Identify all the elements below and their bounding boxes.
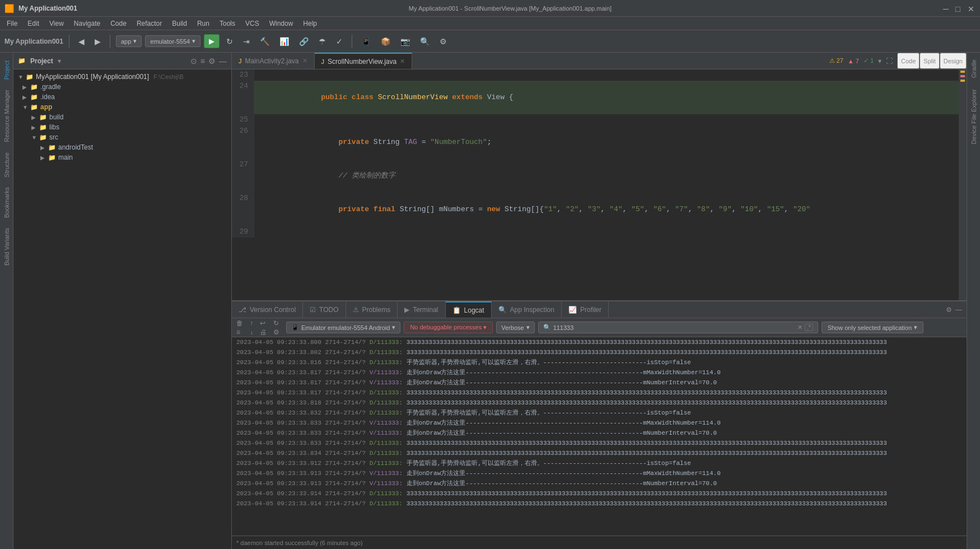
device-file-explorer-tab-label[interactable]: Device File Explorer xyxy=(969,85,979,148)
log-line-10: 2023-04-05 09:23:33.833 2714-2714/? V/11… xyxy=(232,428,967,438)
logcat-wrap-icons: ↩ 🖨 xyxy=(260,319,267,336)
logcat-settings-icon[interactable]: ⚙ xyxy=(946,306,952,314)
menu-refactor[interactable]: Refactor xyxy=(132,18,166,29)
app-config-dropdown[interactable]: app ▾ xyxy=(116,35,142,47)
logcat-only-selected-dropdown[interactable]: Show only selected application ▾ xyxy=(822,322,923,333)
tab-todo[interactable]: ☑ TODO xyxy=(303,301,346,318)
more-tabs-icon[interactable]: ▾ xyxy=(878,57,881,65)
toolbar-settings-button[interactable]: ⚙ xyxy=(436,35,450,48)
code-line-28: 28 private final String[] mNumbers = new… xyxy=(232,193,959,226)
tree-item-libs[interactable]: ▶ 📁 libs xyxy=(13,122,231,132)
profile-button[interactable]: 📊 xyxy=(276,35,292,48)
tab-scrollnumberview[interactable]: J ScrollNumberView.java ✕ xyxy=(315,53,413,69)
sdk-manager-button[interactable]: 📦 xyxy=(377,35,394,48)
logcat-config-icon[interactable]: ⚙ xyxy=(273,328,279,336)
problems-icon: ⚠ xyxy=(353,306,359,314)
toolbar-search-button[interactable]: 🔍 xyxy=(417,35,433,48)
tree-root[interactable]: ▼ 📁 MyApplication001 [My Application001]… xyxy=(13,72,231,82)
forward-button[interactable]: ▶ xyxy=(91,35,104,48)
project-more-icon[interactable]: ⚙ xyxy=(208,57,216,66)
tree-item-build[interactable]: ▶ 📁 build xyxy=(13,112,231,122)
menu-view[interactable]: View xyxy=(45,18,68,29)
tab-logcat[interactable]: 📋 Logcat xyxy=(446,301,492,318)
project-close-icon[interactable]: — xyxy=(219,57,227,66)
gradle-tab-label[interactable]: Gradle xyxy=(969,55,979,82)
logcat-verbose-dropdown[interactable]: Verbose ▾ xyxy=(496,322,534,333)
code-content[interactable]: 23 24 public class ScrollNumberView exte… xyxy=(232,69,959,300)
tab-profiler[interactable]: 📈 Profiler xyxy=(562,301,609,318)
logcat-emulator-dropdown[interactable]: 📱 Emulator emulator-5554 Android ▾ xyxy=(286,322,400,333)
project-collapse-icon[interactable]: ≡ xyxy=(200,57,205,66)
tab-scrollnumberview-close[interactable]: ✕ xyxy=(400,58,405,65)
menu-code[interactable]: Code xyxy=(106,18,131,29)
error-count[interactable]: ▲ 7 xyxy=(848,58,859,64)
tree-item-gradle[interactable]: ▶ 📁 .gradle xyxy=(13,82,231,92)
maximize-btn[interactable]: □ xyxy=(955,4,963,12)
logcat-content[interactable]: 2023-04-05 09:23:33.800 2714-2714/? D/11… xyxy=(232,337,967,536)
emulator-dropdown[interactable]: emulator-5554 ▾ xyxy=(145,35,200,47)
logcat-wrap-icon[interactable]: ↩ xyxy=(260,319,267,327)
project-scope-icon[interactable]: ⊙ xyxy=(190,57,197,66)
tab-mainactivity2-close[interactable]: ✕ xyxy=(302,57,307,64)
test-button[interactable]: ✓ xyxy=(333,35,346,48)
resource-manager-tab-label[interactable]: Resource Manager xyxy=(2,86,12,146)
tree-item-src[interactable]: ▼ 📁 src xyxy=(13,132,231,142)
close-btn[interactable]: ✕ xyxy=(968,4,976,12)
tree-app-label: app xyxy=(40,103,52,111)
tab-mainactivity2[interactable]: J MainActivity2.java ✕ xyxy=(232,53,315,69)
menu-build[interactable]: Build xyxy=(167,18,192,29)
menu-vcs[interactable]: VCS xyxy=(241,18,264,29)
app-config-label: app xyxy=(121,38,131,45)
code-view-button[interactable]: Code xyxy=(897,53,920,69)
step-over-button[interactable]: ⇥ xyxy=(240,35,253,48)
menu-run[interactable]: Run xyxy=(193,18,214,29)
avd-manager-button[interactable]: 📷 xyxy=(397,35,413,48)
tree-item-app[interactable]: ▼ 📁 app xyxy=(13,102,231,112)
expand-tabs-icon[interactable]: ⛶ xyxy=(886,57,893,65)
warning-count[interactable]: ⚠ 27 xyxy=(829,57,843,64)
tab-version-control[interactable]: ⎇ Version Control xyxy=(232,301,303,318)
bookmarks-tab-label[interactable]: Bookmarks xyxy=(2,184,12,221)
menu-help[interactable]: Help xyxy=(298,18,321,29)
tab-terminal[interactable]: ▶ Terminal xyxy=(398,301,445,318)
menu-tools[interactable]: Tools xyxy=(215,18,240,29)
logcat-filter-icon[interactable]: ≡ xyxy=(236,328,243,336)
split-view-button[interactable]: Split xyxy=(920,53,939,69)
tree-item-main[interactable]: ▶ 📁 main xyxy=(13,152,231,162)
logcat-print-icon[interactable]: 🖨 xyxy=(260,328,267,336)
sync-button[interactable]: ↻ xyxy=(223,35,236,48)
logcat-clear-icon[interactable]: 🗑 xyxy=(236,319,243,327)
logcat-down-icon[interactable]: ↓ xyxy=(250,328,253,336)
menu-window[interactable]: Window xyxy=(265,18,298,29)
build-variants-tab-label[interactable]: Build Variants xyxy=(2,225,12,269)
design-view-button[interactable]: Design xyxy=(940,53,967,69)
tab-problems[interactable]: ⚠ Problems xyxy=(346,301,398,318)
code-editor[interactable]: 23 24 public class ScrollNumberView exte… xyxy=(232,69,967,300)
minimize-btn[interactable]: ─ xyxy=(943,4,951,12)
logcat-minimize-icon[interactable]: — xyxy=(955,306,962,314)
project-dropdown-arrow[interactable]: ▾ xyxy=(58,57,61,65)
menu-navigate[interactable]: Navigate xyxy=(69,18,105,29)
back-button[interactable]: ◀ xyxy=(75,35,88,48)
tab-spacer xyxy=(412,53,824,69)
logcat-search-box[interactable]: 🔍 ✕ .* xyxy=(538,322,818,333)
tree-item-idea[interactable]: ▶ 📁 .idea xyxy=(13,92,231,102)
logcat-regex-toggle[interactable]: .* xyxy=(805,324,813,331)
project-tab-label[interactable]: Project xyxy=(2,57,12,83)
build-button[interactable]: 🔨 xyxy=(256,35,273,48)
tree-item-androidtest[interactable]: ▶ 📁 androidTest xyxy=(13,142,231,152)
menu-file[interactable]: File xyxy=(2,18,22,29)
no-debug-badge[interactable]: No debuggable processes ▾ xyxy=(404,322,493,333)
ok-count[interactable]: ✓ 1 xyxy=(864,57,874,64)
coverage-button[interactable]: ☂ xyxy=(315,35,329,48)
logcat-sync-icon[interactable]: ↻ xyxy=(273,319,279,327)
structure-tab-label[interactable]: Structure xyxy=(2,149,12,181)
logcat-up-icon[interactable]: ↑ xyxy=(250,319,253,327)
tab-app-inspection[interactable]: 🔍 App Inspection xyxy=(492,301,562,318)
menu-edit[interactable]: Edit xyxy=(23,18,44,29)
logcat-search-clear[interactable]: ✕ xyxy=(797,324,802,331)
attach-button[interactable]: 🔗 xyxy=(296,35,312,48)
device-manager-button[interactable]: 📱 xyxy=(358,35,374,48)
run-button[interactable]: ▶ xyxy=(204,34,220,48)
logcat-search-input[interactable] xyxy=(553,324,795,331)
